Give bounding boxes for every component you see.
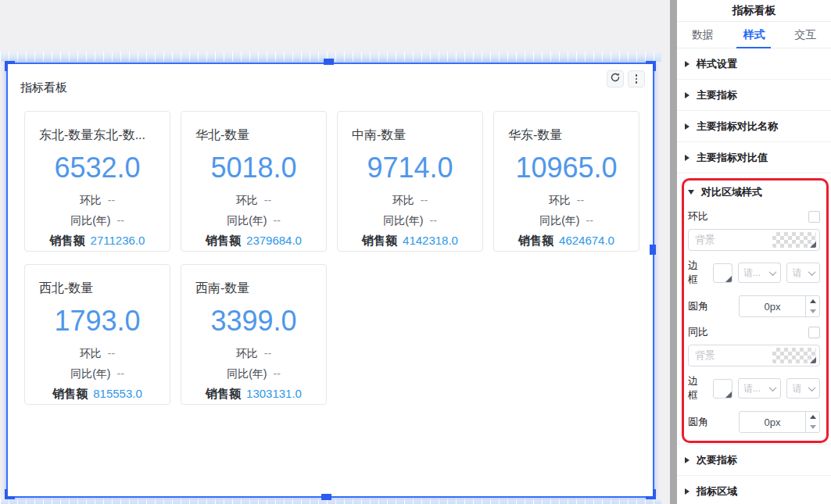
kpi-card-title: 东北-数量东北-数...: [39, 127, 156, 144]
mom-value: --: [577, 194, 584, 208]
mom-style-group: 环比 背景 边框 请... 请 圆角: [688, 208, 820, 317]
tab-style[interactable]: 样式: [740, 22, 768, 48]
expand-caret-icon: [688, 190, 694, 195]
border-width-select[interactable]: 请: [786, 263, 820, 283]
border-color-picker[interactable]: [713, 263, 732, 283]
dashboard-canvas: 指标看板 东北-数量东北-数... 6532.0 环比-- 同比(年): [0, 0, 670, 504]
kpi-card[interactable]: 华东-数量 10965.0 环比-- 同比(年)-- 销售额4624674.0: [493, 111, 639, 252]
border-color-picker[interactable]: [713, 379, 732, 399]
panel-tabs: 数据 样式 交互: [677, 22, 831, 48]
kpi-card-title: 华北-数量: [195, 127, 312, 144]
panel-title: 指标看板: [677, 0, 831, 22]
collapse-caret-icon: [685, 61, 690, 67]
mom-label: 环比: [236, 347, 258, 361]
border-width-select[interactable]: 请: [786, 378, 820, 399]
sales-label: 销售额: [518, 234, 553, 248]
collapse-caret-icon: [685, 123, 690, 130]
kpi-card-title: 西南-数量: [195, 281, 312, 297]
yoy-value: --: [117, 367, 124, 381]
resize-handle-top-right[interactable]: [646, 61, 656, 71]
section-style-settings[interactable]: 样式设置: [677, 48, 831, 80]
more-options-button[interactable]: [628, 70, 645, 88]
sales-label: 销售额: [52, 387, 88, 402]
sales-value: 815553.0: [93, 387, 142, 402]
radius-label: 圆角: [688, 415, 709, 429]
spin-up-icon: [810, 299, 816, 303]
mom-label: 环比: [392, 194, 414, 208]
collapse-caret-icon: [685, 488, 690, 495]
border-style-select[interactable]: 请...: [738, 263, 781, 283]
radius-input[interactable]: 0px: [739, 295, 820, 317]
chevron-down-icon: [808, 384, 816, 391]
collapse-caret-icon: [685, 457, 690, 463]
radius-input[interactable]: 0px: [739, 411, 820, 433]
chevron-down-icon: [769, 268, 777, 276]
tab-interaction[interactable]: 交互: [791, 22, 819, 48]
sales-label: 销售额: [50, 234, 85, 248]
mom-value: --: [264, 194, 271, 208]
compare-area-style-header[interactable]: 对比区域样式: [688, 183, 820, 202]
mom-label: 环比: [549, 194, 571, 208]
kpi-card-value: 5018.0: [181, 152, 326, 184]
kpi-card-value: 3399.0: [181, 305, 326, 338]
border-style-select[interactable]: 请...: [738, 378, 781, 399]
spin-down-icon: [810, 309, 816, 313]
spin-down-button[interactable]: [806, 422, 819, 432]
sales-label: 销售额: [206, 387, 241, 402]
spin-up-button[interactable]: [806, 296, 819, 306]
section-secondary-metric[interactable]: 次要指标: [677, 445, 831, 476]
resize-handle-top[interactable]: [324, 59, 334, 65]
yoy-toggle-checkbox[interactable]: [808, 327, 820, 338]
yoy-value: --: [586, 214, 593, 228]
kpi-card-title: 西北-数量: [39, 281, 156, 297]
kpi-card[interactable]: 西北-数量 1793.0 环比-- 同比(年)-- 销售额815553.0: [24, 264, 170, 405]
sales-label: 销售额: [206, 234, 241, 248]
resize-handle-bottom-right[interactable]: [646, 489, 656, 499]
resize-handle-bottom-left[interactable]: [5, 489, 15, 499]
resize-handle-top-left[interactable]: [5, 61, 15, 71]
yoy-background-input[interactable]: 背景: [688, 345, 820, 366]
kpi-card[interactable]: 西南-数量 3399.0 环比-- 同比(年)-- 销售额1303131.0: [181, 264, 327, 405]
section-metric-area[interactable]: 指标区域: [677, 476, 831, 504]
kpi-card[interactable]: 华北-数量 5018.0 环比-- 同比(年)-- 销售额2379684.0: [181, 111, 327, 252]
spin-up-button[interactable]: [806, 412, 819, 422]
panel-resize-divider[interactable]: [670, 0, 677, 504]
kpi-board-widget[interactable]: 指标看板 东北-数量东北-数... 6532.0 环比-- 同比(年): [6, 63, 654, 498]
mom-value: --: [264, 347, 271, 361]
kpi-card-value: 1793.0: [25, 305, 170, 338]
collapse-caret-icon: [685, 155, 690, 161]
section-primary-metric-compare-name[interactable]: 主要指标对比名称: [677, 111, 831, 142]
widget-title: 指标看板: [20, 80, 67, 95]
tab-data[interactable]: 数据: [689, 22, 717, 48]
spin-down-button[interactable]: [806, 306, 819, 316]
yoy-value: --: [274, 367, 281, 381]
mom-value: --: [108, 194, 115, 208]
kpi-card-title: 华东-数量: [508, 127, 625, 144]
yoy-label: 同比(年): [70, 367, 110, 381]
resize-handle-bottom[interactable]: [321, 494, 331, 500]
border-label: 边框: [688, 374, 707, 402]
kpi-card[interactable]: 东北-数量东北-数... 6532.0 环比-- 同比(年)-- 销售额2711…: [24, 111, 170, 252]
widget-actions: [607, 70, 645, 88]
mom-background-input[interactable]: 背景: [688, 229, 820, 251]
yoy-toggle-label: 同比: [688, 325, 708, 339]
section-compare-area-style: 对比区域样式 环比 背景 边框 请... 请: [677, 173, 831, 445]
background-color-swatch[interactable]: [772, 348, 816, 363]
mom-toggle-checkbox[interactable]: [808, 211, 820, 223]
kpi-card[interactable]: 中南-数量 9714.0 环比-- 同比(年)-- 销售额4142318.0: [337, 111, 483, 252]
section-primary-metric[interactable]: 主要指标: [677, 80, 831, 111]
refresh-icon: [610, 72, 621, 86]
resize-handle-right[interactable]: [650, 245, 656, 255]
sales-label: 销售额: [362, 234, 397, 248]
sales-value: 4624674.0: [559, 234, 614, 248]
kpi-card-value: 10965.0: [494, 152, 639, 184]
refresh-button[interactable]: [607, 70, 624, 88]
yoy-label: 同比(年): [227, 367, 267, 381]
section-primary-metric-compare-value[interactable]: 主要指标对比值: [677, 142, 831, 173]
mom-label: 环比: [80, 194, 102, 208]
yoy-label: 同比(年): [383, 214, 423, 228]
spin-up-icon: [810, 415, 816, 419]
background-color-swatch[interactable]: [772, 232, 816, 248]
chevron-down-icon: [769, 384, 777, 391]
collapse-caret-icon: [685, 92, 690, 98]
